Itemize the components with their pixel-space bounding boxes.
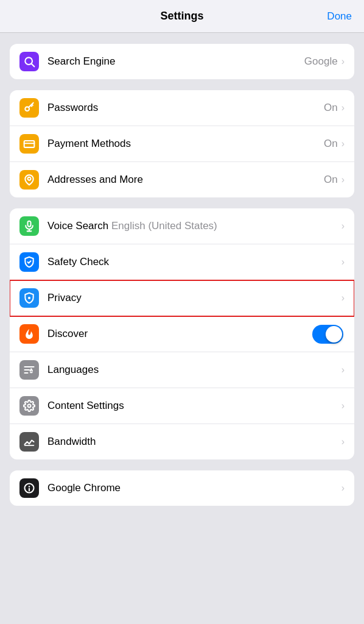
row-content-settings[interactable]: Content Settings› — [10, 388, 354, 424]
svg-rect-3 — [24, 141, 35, 147]
info-icon — [19, 478, 39, 498]
row-passwords[interactable]: PasswordsOn› — [10, 90, 354, 126]
shield-check-icon — [19, 252, 39, 272]
row-label-payment-methods: Payment Methods — [47, 138, 324, 150]
settings-screen: Settings Done Search EngineGoogle›Passwo… — [0, 0, 364, 517]
svg-point-5 — [28, 177, 31, 180]
chevron-icon: › — [341, 138, 345, 149]
svg-rect-9 — [24, 445, 35, 446]
svg-rect-6 — [28, 221, 31, 227]
row-label-languages: Languages — [47, 364, 340, 376]
chevron-icon: › — [341, 56, 345, 67]
mic-icon — [19, 216, 39, 236]
row-payment-methods[interactable]: Payment MethodsOn› — [10, 126, 354, 162]
svg-point-7 — [28, 297, 30, 299]
row-value-addresses: On — [324, 174, 338, 186]
chevron-icon: › — [341, 400, 345, 411]
row-value-payment-methods: On — [324, 138, 338, 150]
svg-point-2 — [25, 107, 29, 111]
section-search: Search EngineGoogle› — [10, 44, 354, 79]
row-value-passwords: On — [324, 102, 338, 114]
section-features: Voice Search English (United States)›Saf… — [10, 208, 354, 459]
row-label-addresses: Addresses and More — [47, 174, 324, 186]
toggle-knob — [326, 326, 342, 342]
row-label-discover: Discover — [47, 328, 312, 340]
done-button[interactable]: Done — [327, 10, 352, 23]
row-languages[interactable]: Languages› — [10, 352, 354, 388]
row-discover[interactable]: Discover — [10, 316, 354, 352]
toggle-discover[interactable] — [312, 325, 343, 344]
chevron-icon: › — [341, 483, 345, 494]
pin-icon — [19, 170, 39, 190]
row-bandwidth[interactable]: Bandwidth› — [10, 424, 354, 459]
section-autofill: PasswordsOn›Payment MethodsOn›Addresses … — [10, 90, 354, 197]
settings-content: Search EngineGoogle›PasswordsOn›Payment … — [0, 33, 364, 517]
row-search-engine[interactable]: Search EngineGoogle› — [10, 44, 354, 79]
chevron-icon: › — [341, 364, 345, 375]
chevron-icon: › — [341, 102, 345, 113]
row-label-google-chrome: Google Chrome — [47, 482, 340, 494]
gear-icon — [19, 396, 39, 416]
chevron-icon: › — [341, 174, 345, 185]
page-title: Settings — [160, 10, 203, 23]
row-privacy[interactable]: Privacy› — [10, 280, 354, 316]
row-addresses[interactable]: Addresses and MoreOn› — [10, 162, 354, 197]
row-label-privacy: Privacy — [47, 292, 340, 304]
row-label-content-settings: Content Settings — [47, 400, 340, 412]
row-voice-search[interactable]: Voice Search English (United States)› — [10, 208, 354, 244]
row-label-search-engine: Search Engine — [47, 55, 304, 68]
search-icon — [19, 52, 39, 71]
row-label-voice-search: Voice Search English (United States) — [47, 220, 340, 232]
row-label-passwords: Passwords — [47, 102, 324, 114]
section-about: Google Chrome› — [10, 470, 354, 506]
svg-line-1 — [32, 64, 35, 67]
row-label-safety-check: Safety Check — [47, 256, 340, 268]
chevron-icon: › — [341, 221, 345, 232]
key-icon — [19, 98, 39, 118]
row-safety-check[interactable]: Safety Check› — [10, 244, 354, 280]
row-label-bandwidth: Bandwidth — [47, 436, 340, 448]
flame-icon — [19, 324, 39, 344]
chevron-icon: › — [341, 257, 345, 268]
chevron-icon: › — [341, 292, 345, 303]
chevron-icon: › — [341, 436, 345, 447]
header: Settings Done — [0, 0, 364, 33]
svg-point-8 — [28, 405, 31, 408]
row-value-search-engine: Google — [304, 55, 338, 68]
translate-icon — [19, 360, 39, 380]
bandwidth-icon — [19, 432, 39, 452]
card-icon — [19, 134, 39, 154]
shield-eye-icon — [19, 288, 39, 308]
row-google-chrome[interactable]: Google Chrome› — [10, 470, 354, 506]
